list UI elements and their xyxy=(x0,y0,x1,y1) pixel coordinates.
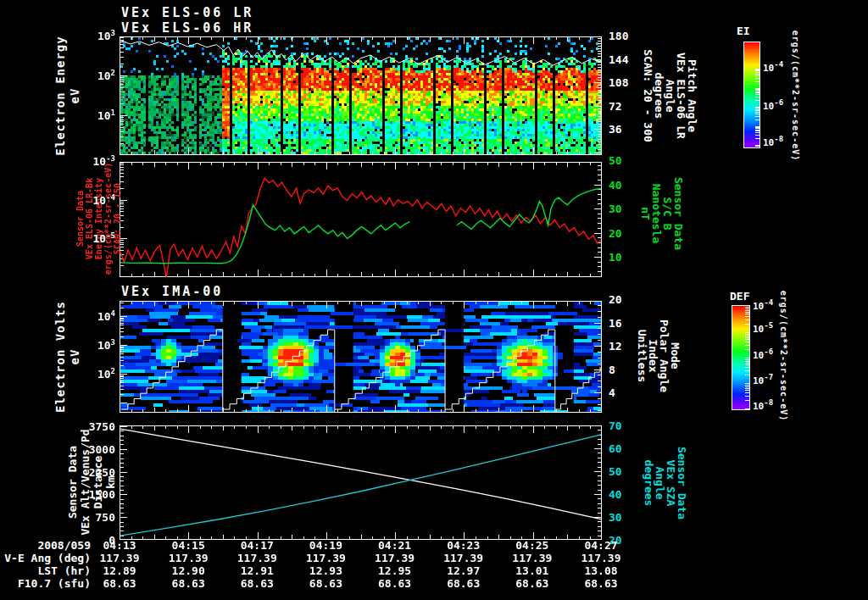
colorbar-def-title: DEF xyxy=(730,290,749,303)
sza-tick: 30 xyxy=(609,511,622,524)
colorbar-minor-tick xyxy=(755,92,760,92)
sza-tick: 40 xyxy=(609,488,622,501)
colorbar-minor-tick xyxy=(745,310,749,311)
colorbar-minor-tick xyxy=(755,119,760,120)
altitude-sza-canvas xyxy=(120,425,602,540)
footer-value: 68.63 xyxy=(172,577,205,590)
colorbar-minor-tick xyxy=(755,147,760,148)
pitch-tick: 72 xyxy=(609,99,622,112)
footer-value: 117.39 xyxy=(169,552,209,564)
sza-tick: 60 xyxy=(609,442,622,455)
colorbar-minor-tick xyxy=(755,92,760,93)
sza-axis-label: Sensor Data VEx SZA Angle degrees xyxy=(643,447,687,519)
colorbar-minor-tick xyxy=(755,128,760,129)
pitch-tick: 36 xyxy=(609,123,622,136)
colorbar-minor-tick xyxy=(745,383,749,384)
bfield-axis-label: Sensor Data S/C B Nanotesla nT xyxy=(640,177,684,250)
ima-y-tick: 103 xyxy=(68,338,115,352)
mode-tick: 20 xyxy=(609,293,622,306)
colorbar-minor-tick xyxy=(755,89,760,90)
colorbar-minor-tick xyxy=(755,97,760,97)
colorbar-minor-tick xyxy=(745,349,749,350)
colorbar-minor-tick xyxy=(745,367,749,368)
footer-value: 68.63 xyxy=(309,577,342,590)
colorbar-minor-tick xyxy=(755,69,760,70)
intensity-y-tick: 10-4 xyxy=(68,192,115,206)
bfield-tick: 30 xyxy=(609,203,622,215)
time-label: 04:17 xyxy=(241,539,274,552)
sza-tick: 70 xyxy=(609,419,622,432)
colorbar-minor-tick xyxy=(745,390,749,391)
colorbar-minor-tick xyxy=(755,116,760,117)
footer-value: 117.39 xyxy=(306,552,346,564)
footer-value: 68.63 xyxy=(447,577,480,590)
colorbar-ei-tick: 10-8 xyxy=(763,135,783,148)
colorbar-minor-tick xyxy=(755,146,760,147)
ima-y-tick: 104 xyxy=(68,309,115,323)
footer-value: 117.39 xyxy=(581,552,621,564)
time-label: 04:27 xyxy=(584,539,617,552)
footer-value: 117.39 xyxy=(237,552,277,564)
footer-value: 117.39 xyxy=(443,552,483,564)
footer-value: 68.63 xyxy=(515,577,548,590)
time-label: 04:13 xyxy=(103,539,136,552)
colorbar-ei-tick: 10-4 xyxy=(763,60,783,74)
colorbar-minor-tick xyxy=(745,386,749,387)
colorbar-minor-tick xyxy=(755,110,760,111)
title-els-lr: VEx ELS-06 LR xyxy=(121,5,253,20)
colorbar-minor-tick xyxy=(755,127,760,128)
bfield-tick: 50 xyxy=(609,154,622,167)
ima-spectrogram-canvas xyxy=(120,301,602,413)
footer-value: 12.89 xyxy=(103,564,136,577)
colorbar-def-tick: 10-5 xyxy=(753,321,773,335)
footer-value: 12.95 xyxy=(378,564,411,577)
els-y-tick: 101 xyxy=(68,108,115,122)
colorbar-minor-tick xyxy=(745,307,749,308)
colorbar-minor-tick xyxy=(745,339,749,340)
mode-axis-label: Mode Polar Angle Index Unitless xyxy=(637,319,681,392)
intensity-bfield-canvas xyxy=(120,162,602,277)
colorbar-minor-tick xyxy=(745,363,749,364)
mode-tick: 8 xyxy=(609,363,615,375)
colorbar-minor-tick xyxy=(745,359,749,360)
colorbar-minor-tick xyxy=(745,342,749,342)
time-label: 04:23 xyxy=(447,539,480,552)
els-y-axis-label: Electron Energy eV xyxy=(53,36,82,155)
colorbar-def-tick: 10-8 xyxy=(753,398,773,412)
footer-value: 12.91 xyxy=(241,564,274,577)
altitude-y-tick: 750 xyxy=(68,511,115,524)
colorbar-minor-tick xyxy=(755,88,760,89)
colorbar-def-tick: 10-7 xyxy=(753,373,773,386)
pitch-tick: 144 xyxy=(609,53,628,65)
time-label: 04:21 xyxy=(378,539,411,552)
footer-value: 68.63 xyxy=(584,577,617,590)
footer-value: 12.90 xyxy=(172,564,205,577)
colorbar-minor-tick xyxy=(755,112,760,113)
colorbar-minor-tick xyxy=(745,314,749,314)
els-y-tick: 102 xyxy=(68,69,115,82)
colorbar-minor-tick xyxy=(745,400,749,401)
colorbar-minor-tick xyxy=(755,74,760,75)
pitch-angle-axis-label: Pitch Angle VEx ELS-06 LR Angle degrees … xyxy=(643,49,698,142)
title-els-hr: VEx ELS-06 HR xyxy=(121,20,253,36)
colorbar-minor-tick xyxy=(755,109,760,110)
colorbar-minor-tick xyxy=(745,408,749,409)
footer-value: 117.39 xyxy=(375,552,415,564)
els-spectrogram-canvas xyxy=(120,36,602,155)
mode-tick: 4 xyxy=(609,386,615,399)
altitude-y-tick: 3000 xyxy=(68,442,115,455)
colorbar-minor-tick xyxy=(755,72,760,73)
colorbar-minor-tick xyxy=(745,364,749,365)
footer-label-veang: V-E Ang (deg) xyxy=(0,552,91,564)
title-ima: VEx IMA-00 xyxy=(121,284,223,299)
colorbar-ei xyxy=(743,42,760,148)
colorbar-minor-tick xyxy=(745,375,749,375)
colorbar-minor-tick xyxy=(755,90,760,91)
colorbar-minor-tick xyxy=(755,130,760,131)
time-label: 04:19 xyxy=(309,539,342,552)
colorbar-minor-tick xyxy=(755,114,760,114)
colorbar-minor-tick xyxy=(745,324,749,325)
footer-value: 12.97 xyxy=(447,564,480,577)
footer-value: 12.93 xyxy=(309,564,342,577)
colorbar-minor-tick xyxy=(745,370,749,371)
